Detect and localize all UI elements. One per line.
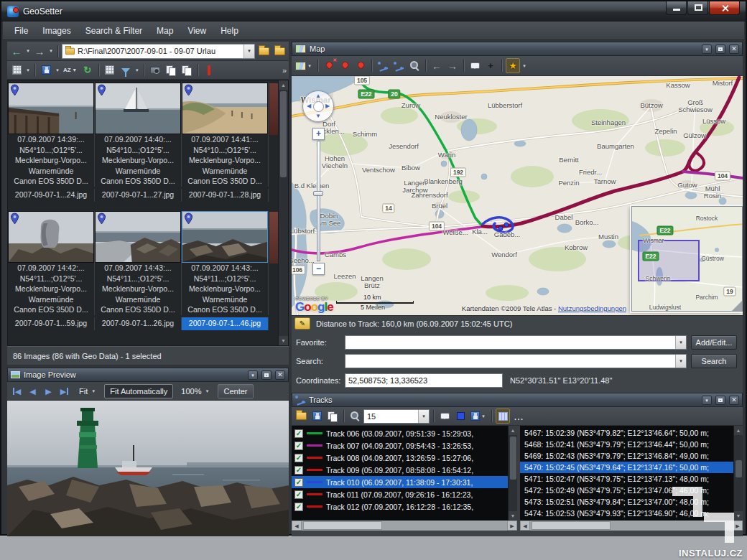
toolbar-overflow-button[interactable]: » [282, 66, 287, 75]
search-combo[interactable]: ▾ [345, 354, 687, 368]
thumbnail-filename[interactable]: 2007-09-07-1...59.jpg [8, 317, 95, 330]
scroll-up-arrow[interactable]: ▲ [509, 426, 517, 435]
map-menu-button[interactable]: ▾ [702, 45, 712, 54]
refresh-button[interactable]: ↻ [80, 62, 95, 78]
first-image-button[interactable]: ◀ [10, 384, 24, 398]
track-checkbox[interactable]: ✓ [294, 490, 303, 499]
scrollbar-thumb[interactable] [736, 460, 742, 477]
thumbnail-cell[interactable]: 07.09.2007 14:42:...N54°11...;O12°5'...M… [8, 211, 95, 315]
scroll-down-arrow[interactable]: ▼ [734, 511, 743, 521]
columns-button[interactable] [496, 409, 510, 424]
image-preview-header[interactable]: Image Preview ▾ ✕ [7, 368, 289, 382]
track-row[interactable]: ✓Track 006 (03.09.2007, 09:51:39 - 15:29… [292, 427, 508, 439]
browse-folder-button[interactable] [256, 44, 271, 59]
save-dropdown[interactable]: ▾ [55, 67, 60, 73]
tracks-maximize-button[interactable] [715, 396, 725, 405]
save-images-button[interactable] [39, 62, 53, 78]
zoom-in-button[interactable]: + [312, 128, 325, 140]
timeline-button[interactable] [202, 62, 216, 78]
track-points-hscrollbar[interactable]: ◀ ▶ [520, 521, 743, 531]
scroll-up-arrow[interactable]: ▲ [279, 80, 288, 90]
view-mode-button[interactable] [9, 62, 24, 78]
scroll-down-arrow[interactable]: ▼ [509, 511, 517, 521]
track-point-row[interactable]: 5471: 15:02:47 (N53°47'9.75"; E12°13'47.… [520, 473, 733, 485]
camera-settings-button[interactable] [148, 62, 162, 78]
track-checkbox[interactable]: ✓ [294, 503, 303, 511]
scrollbar-thumb[interactable] [280, 91, 287, 177]
paste-data-button[interactable] [180, 62, 194, 78]
tracks-panel-header[interactable]: Tracks ▾ ✕ [292, 393, 743, 407]
menu-item-help[interactable]: Help [213, 23, 246, 39]
scroll-up-arrow[interactable]: ▲ [734, 426, 743, 435]
pan-left-arrow[interactable]: ◀ [305, 103, 312, 110]
track-options-button[interactable] [391, 58, 406, 73]
track-manager-button[interactable] [325, 409, 340, 424]
next-image-button[interactable]: ▶ [42, 384, 55, 398]
track-row[interactable]: ✓Track 012 (07.09.2007, 16:12:28 - 16:12… [292, 500, 508, 513]
last-image-button[interactable]: ▶ [57, 384, 71, 398]
track-count-dropdown[interactable]: ▾ [418, 410, 429, 423]
map-type-button[interactable]: ▾ [294, 58, 314, 73]
more-options-button[interactable]: ... [511, 409, 526, 424]
favorite-dropdown-arrow[interactable]: ▾ [675, 336, 686, 349]
track-checkbox[interactable]: ✓ [294, 429, 303, 438]
favorites-dropdown[interactable]: ▾ [521, 63, 527, 69]
edit-position-button[interactable]: ✎ [294, 317, 310, 330]
track-checkbox[interactable]: ✓ [294, 466, 303, 475]
edit-data-button[interactable] [103, 62, 117, 78]
view-mode-dropdown[interactable]: ▾ [25, 67, 31, 73]
track-color-button[interactable] [453, 409, 468, 424]
scroll-left-arrow[interactable]: ◀ [520, 521, 530, 531]
crosshair-button[interactable]: + [483, 58, 498, 73]
menu-item-view[interactable]: View [180, 23, 213, 39]
map-panel-header[interactable]: Map ▾ ✕ [292, 42, 743, 56]
thumbnail-scrollbar[interactable]: ▲ ▼ [278, 80, 288, 345]
panel-menu-button[interactable]: ▾ [248, 370, 258, 380]
thumbnail-filename[interactable]: 2007-09-07-1...26.jpg [95, 317, 182, 330]
track-checkbox[interactable]: ✓ [294, 454, 303, 462]
add-edit-button[interactable]: Add/Edit... [691, 335, 737, 350]
fit-button[interactable]: Fit▾ [73, 384, 102, 398]
zoom-level-button[interactable]: 100%▾ [175, 384, 215, 398]
track-point-row[interactable]: 5473: 15:02:51 (N53°47'9.84"; E12°13'47.… [520, 496, 733, 508]
export-tracks-button[interactable]: ▾ [469, 409, 488, 424]
track-points-scrollbar[interactable]: ▲ ▼ [733, 426, 743, 521]
scroll-right-arrow[interactable]: ▶ [733, 521, 743, 531]
tracks-close-button[interactable]: ✕ [729, 396, 739, 405]
scrollbar-thumb[interactable] [303, 521, 382, 530]
search-tracks-button[interactable] [348, 409, 362, 424]
map-forward-button[interactable]: → [445, 58, 460, 73]
tooltip-button[interactable] [468, 58, 482, 73]
track-row[interactable]: ✓Track 011 (07.09.2007, 09:26:16 - 16:12… [292, 488, 508, 500]
open-tracks-button[interactable] [294, 409, 308, 424]
track-point-row[interactable]: 5472: 15:02:49 (N53°47'9.75"; E12°13'47.… [520, 485, 733, 496]
zoom-selection-button[interactable] [407, 58, 422, 73]
thumbnail-cell[interactable]: 07.09.2007 14:43:...N54°11...;O12°5'...M… [95, 211, 182, 315]
terms-link[interactable]: Nutzungsbedingungen [558, 304, 626, 312]
zoom-slider[interactable] [317, 141, 320, 261]
thumbnail-cell[interactable]: 07.09.2007 14:43:...N54°11...;O12°5'...M… [182, 211, 269, 315]
track-row[interactable]: ✓Track 008 (04.09.2007, 13:26:59 - 15:27… [292, 452, 508, 464]
track-point-row[interactable]: 5474: 15:02:53 (N53°47'9.93"; E12°13'46.… [520, 508, 733, 519]
pan-center-button[interactable] [313, 101, 324, 112]
thumbnail-filename[interactable]: 2007-09-07-1...46.jpg [182, 317, 269, 330]
overview-minimap[interactable]: RostockWismarGüstrowSchwerinParchimLudwi… [631, 206, 743, 312]
save-tracks-button[interactable] [310, 409, 324, 424]
thumbnail-filename[interactable]: 2007-09-07-1...27.jpg [95, 189, 182, 202]
menu-item-file[interactable]: File [7, 23, 35, 39]
map-maximize-button[interactable] [715, 45, 725, 54]
scrollbar-thumb[interactable] [532, 521, 611, 530]
panel-maximize-button[interactable] [261, 370, 272, 380]
thumbnail-filename[interactable]: 2007-09-07-1...24.jpg [8, 189, 95, 202]
window-titlebar[interactable]: GeoSetter [1, 1, 746, 22]
folder-path-combo[interactable]: R:\Final\2007\2007-09-01 - 09-07 Urlau ▾ [62, 44, 255, 59]
track-point-row[interactable]: 5470: 15:02:45 (N53°47'9.64"; E12°13'47.… [520, 462, 733, 473]
map-close-button[interactable]: ✕ [729, 45, 739, 54]
thumbnail-cell[interactable]: 07.09.2007 14:41:...N54°10...;O12°5'...M… [182, 83, 269, 187]
path-dropdown-arrow[interactable]: ▾ [243, 45, 254, 58]
fit-automatically-button[interactable]: Fit Automatically [104, 384, 173, 398]
track-point-row[interactable]: 5468: 15:02:41 (N53°47'9.79"; E12°13'46.… [520, 439, 733, 450]
track-list-hscrollbar[interactable]: ◀ ▶ [292, 521, 517, 531]
show-marker-button[interactable] [353, 58, 368, 73]
track-tooltip-button[interactable] [437, 409, 452, 424]
